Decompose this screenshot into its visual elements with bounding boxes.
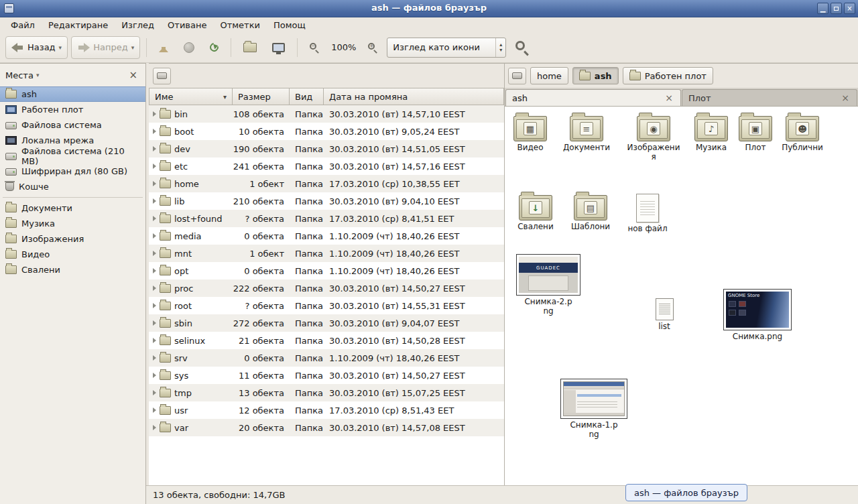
sidebar-item[interactable]: Музика [0,216,145,231]
icon-item-public[interactable]: Публични [778,113,826,153]
expander-icon[interactable] [153,407,156,413]
table-row[interactable]: boot 10 обекта Папка 30.03.2010 (вт) 9,0… [149,123,504,140]
icon-item-templates[interactable]: Шаблони [568,192,613,232]
computer-button[interactable] [266,36,291,59]
up-button[interactable] [153,36,174,59]
table-row[interactable]: media 0 обекта Папка 1.10.2009 (чт) 18,4… [149,227,504,245]
back-button[interactable]: Назад ▾ [5,36,68,59]
root-location-button[interactable] [153,68,171,84]
table-row[interactable]: dev 190 обекта Папка 30.03.2010 (вт) 14,… [149,140,504,158]
table-row[interactable]: bin 108 обекта Папка 30.03.2010 (вт) 14,… [149,105,504,123]
menu-item[interactable]: Изглед [115,19,161,32]
table-row[interactable]: srv 0 обекта Папка 1.10.2009 (чт) 18,40,… [149,349,504,367]
expander-icon[interactable] [153,268,156,273]
expander-icon[interactable] [153,303,156,308]
expander-icon[interactable] [153,216,156,221]
sidebar-item[interactable]: Видео [0,247,145,262]
table-row[interactable]: opt 0 обекта Папка 1.10.2009 (чт) 18,40,… [149,262,504,279]
table-row[interactable]: var 20 обекта Папка 30.03.2010 (вт) 14,5… [149,419,504,436]
sidebar-item[interactable]: Шифриран дял (80 GB) [0,164,145,179]
sidebar-item[interactable] [0,194,145,200]
path-button[interactable]: home [530,67,568,84]
expander-icon[interactable] [153,164,156,169]
sidebar-item[interactable]: Кошче [0,179,145,194]
column-header-size[interactable]: Размер [233,88,290,105]
forward-button[interactable]: Напред ▾ [71,36,140,59]
back-dropdown-icon[interactable]: ▾ [59,44,62,51]
table-row[interactable]: sbin 272 обекта Папка 30.03.2010 (вт) 9,… [149,314,504,332]
expander-icon[interactable] [153,286,156,291]
icon-item-downloads[interactable]: Свалени [513,192,558,232]
icon-item-desktop[interactable]: Плот [734,113,777,153]
icon-item-music[interactable]: Музика [687,113,735,153]
icon-item-list[interactable]: list [644,298,684,332]
search-button[interactable] [509,36,535,59]
table-row[interactable]: lost+found ? обекта Папка 17.03.2010 (ср… [149,210,504,227]
expander-icon[interactable] [153,338,156,343]
table-row[interactable]: lib 210 обекта Папка 30.03.2010 (вт) 9,0… [149,192,504,210]
combo-arrows-icon[interactable]: ▴▾ [495,38,505,57]
sidebar-item[interactable]: Документи [0,200,145,216]
table-row[interactable]: etc 241 обекта Папка 30.03.2010 (вт) 14,… [149,158,504,175]
table-row[interactable]: mnt 1 обект Папка 1.10.2009 (чт) 18,40,2… [149,245,504,262]
sidebar-close-icon[interactable]: × [126,69,140,81]
expander-icon[interactable] [153,320,156,326]
close-button[interactable]: × [844,3,855,14]
expander-icon[interactable] [153,390,156,395]
expander-icon[interactable] [153,146,156,151]
taskbar-window-button[interactable]: ash — файлов браузър [625,484,747,501]
sidebar-item[interactable]: Файлова система (210 MB) [0,148,145,164]
path-root-button[interactable] [508,68,526,84]
minimize-button[interactable]: ▁ [817,3,829,14]
sidebar-item[interactable]: Изображения [0,231,145,247]
expander-icon[interactable] [153,129,156,134]
menu-item[interactable]: Помощ [267,19,312,32]
menu-item[interactable]: Отметки [213,19,266,32]
column-header-date[interactable]: Дата на промяна [324,88,504,105]
table-row[interactable]: selinux 21 обекта Папка 30.03.2010 (вт) … [149,332,504,349]
expander-icon[interactable] [153,111,156,117]
reload-button[interactable] [204,36,225,59]
stop-button[interactable] [178,36,200,59]
table-row[interactable]: sys 11 обекта Папка 30.03.2010 (вт) 14,5… [149,367,504,384]
home-button[interactable] [237,36,263,59]
tab[interactable]: Плот × [682,89,857,106]
menu-item[interactable]: Отиване [161,19,213,32]
column-header-name[interactable]: Име ▾ [149,88,233,105]
path-button[interactable]: Работен плот [623,67,713,84]
sidebar-item[interactable]: Работен плот [0,102,145,117]
sidebar-dropdown-icon[interactable]: ▾ [36,72,40,78]
table-row[interactable]: usr 12 обекта Папка 17.03.2010 (ср) 8,51… [149,401,504,419]
icon-item-pictures[interactable]: Изображения [627,113,680,162]
sidebar-item[interactable]: Файлова система [0,117,145,133]
sidebar-item[interactable]: ash [0,86,145,102]
expander-icon[interactable] [153,233,156,239]
expander-icon[interactable] [153,181,156,186]
table-row[interactable]: home 1 обект Папка 17.03.2010 (ср) 10,38… [149,175,504,192]
expander-icon[interactable] [153,373,156,378]
menu-item[interactable]: Файл [4,19,42,32]
tab-close-icon[interactable]: × [840,92,851,103]
column-header-type[interactable]: Вид [290,88,324,105]
expander-icon[interactable] [153,251,156,256]
table-row[interactable]: proc 222 обекта Папка 30.03.2010 (вт) 14… [149,279,504,297]
icon-item-documents[interactable]: Документи [561,113,612,153]
tab-close-icon[interactable]: × [664,92,674,103]
zoom-in-button[interactable]: + [362,36,383,59]
menu-item[interactable]: Редактиране [42,19,115,32]
maximize-button[interactable] [831,3,842,14]
expander-icon[interactable] [153,425,156,430]
icon-item-new-file[interactable]: нов файл [624,192,671,234]
table-row[interactable]: root ? обекта Папка 30.03.2010 (вт) 14,5… [149,297,504,314]
view-mode-select[interactable]: Изглед като икони ▴▾ [387,38,506,58]
icon-item-snimka2[interactable]: GUADEC Снимка-2.png [514,254,583,316]
zoom-level[interactable]: 100% [328,42,359,52]
icon-item-snimka1[interactable]: Снимка-1.png [557,379,631,440]
zoom-out-button[interactable]: − [304,36,325,59]
path-button[interactable]: ash [572,67,619,84]
tab[interactable]: ash × [505,89,681,106]
expander-icon[interactable] [153,198,156,204]
sidebar-title[interactable]: Места [5,70,34,80]
icon-item-snimka[interactable]: GNOME Store Снимка.png [721,289,794,342]
sidebar-item[interactable]: Свалени [0,262,145,277]
